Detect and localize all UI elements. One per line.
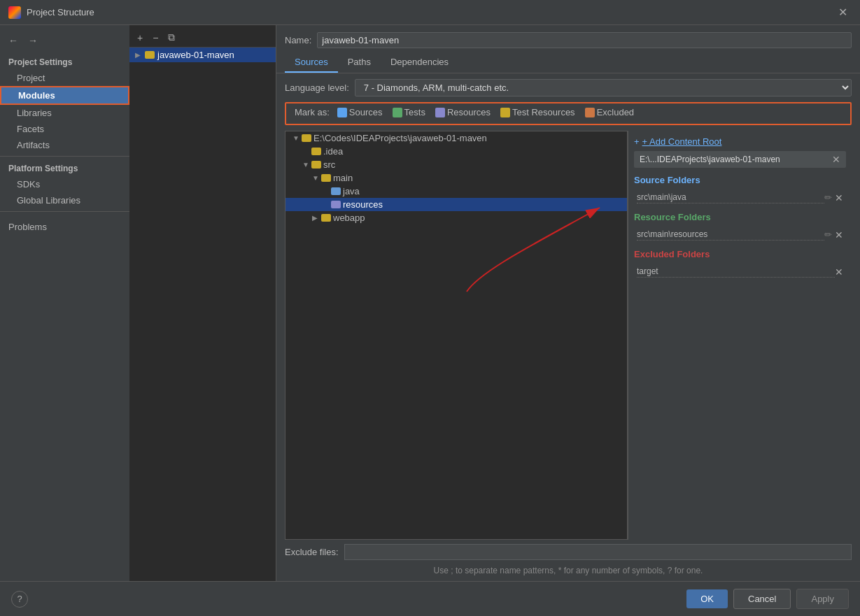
apply-button[interactable]: Apply	[796, 589, 849, 609]
sidebar-item-facets[interactable]: Facets	[0, 121, 129, 137]
add-content-root-button[interactable]: + + Add Content Root	[634, 136, 846, 147]
exclude-hint: Use ; to separate name patterns, * for a…	[276, 564, 860, 581]
resource-folder-actions: ✏ ✕	[824, 229, 843, 241]
tests-color-icon	[393, 108, 402, 117]
tab-sources[interactable]: Sources	[285, 52, 338, 73]
sidebar-item-libraries[interactable]: Libraries	[0, 105, 129, 121]
webapp-folder-icon	[321, 214, 331, 222]
language-level-row: Language level: 7 - Diamonds, ARM, multi…	[276, 73, 860, 102]
java-folder-icon	[331, 187, 341, 195]
excluded-folder-entry: target ✕	[634, 265, 846, 279]
platform-settings-header: Platform Settings	[0, 159, 129, 176]
src-folder-icon	[311, 161, 321, 169]
sidebar-item-project[interactable]: Project	[0, 70, 129, 86]
tree-node-webapp[interactable]: ▶ webapp	[286, 211, 627, 224]
mark-test-resources-button[interactable]: Test Resources	[498, 106, 577, 118]
sidebar-item-global-libraries[interactable]: Global Libraries	[0, 192, 129, 208]
excluded-folders-title: Excluded Folders	[634, 246, 846, 261]
nav-toolbar: ← →	[0, 31, 129, 53]
content-area: ← → Project Settings Project Modules Lib…	[0, 25, 860, 581]
remove-content-root-button[interactable]: ✕	[832, 154, 840, 165]
sources-color-icon	[337, 108, 347, 117]
modules-tree-panel: + − ⧉ ▶ javaweb-01-maven	[129, 25, 276, 581]
app-icon	[8, 6, 21, 19]
main-content: Name: Sources Paths Dependencies Languag…	[276, 25, 860, 581]
copy-module-button[interactable]: ⧉	[164, 31, 178, 44]
project-settings-header: Project Settings	[0, 53, 129, 70]
language-level-select[interactable]: 7 - Diamonds, ARM, multi-catch etc. 8 - …	[355, 79, 852, 96]
lang-select-wrap: 7 - Diamonds, ARM, multi-catch etc. 8 - …	[355, 79, 852, 96]
tree-node-java[interactable]: java	[286, 185, 627, 198]
excluded-folder-actions: ✕	[835, 266, 843, 278]
exclude-files-row: Exclude files:	[276, 540, 860, 564]
mark-as-label: Mark as:	[295, 107, 330, 117]
ok-button[interactable]: OK	[686, 589, 728, 608]
title-bar: Project Structure ✕	[0, 0, 860, 25]
resource-folder-path: src\main\resources	[637, 229, 824, 241]
tree-node-main[interactable]: ▼ main	[286, 171, 627, 185]
name-input[interactable]	[317, 32, 852, 48]
sidebar-item-artifacts[interactable]: Artifacts	[0, 137, 129, 153]
source-folder-entry: src\main\java ✏ ✕	[634, 191, 846, 205]
remove-source-folder-button[interactable]: ✕	[835, 192, 843, 203]
test-resources-color-icon	[500, 108, 510, 117]
forward-button[interactable]: →	[25, 34, 41, 48]
window-title: Project Structure	[27, 7, 834, 17]
help-button[interactable]: ?	[11, 591, 28, 608]
module-folder-icon	[145, 51, 155, 59]
project-structure-dialog: Project Structure ✕ ← → Project Settings…	[0, 0, 860, 616]
tree-node-resources[interactable]: resources	[286, 198, 627, 211]
remove-module-button[interactable]: −	[149, 31, 162, 44]
resource-folder-entry: src\main\resources ✏ ✕	[634, 228, 846, 242]
name-label: Name:	[285, 35, 311, 45]
tab-paths[interactable]: Paths	[338, 52, 381, 73]
tab-dependencies[interactable]: Dependencies	[381, 52, 458, 73]
mark-excluded-button[interactable]: Excluded	[583, 106, 636, 118]
source-folder-path: src\main\java	[637, 192, 824, 203]
main-folder-icon	[321, 174, 331, 182]
chevron-down-icon-main: ▼	[312, 174, 319, 182]
exclude-files-input[interactable]	[344, 544, 852, 560]
exclude-files-label: Exclude files:	[285, 547, 339, 557]
edit-source-folder-button[interactable]: ✏	[824, 192, 832, 203]
right-panel: + + Add Content Root E:\...IDEAProjects\…	[628, 131, 852, 540]
tree-node-root[interactable]: ▼ E:\Codes\IDEAProjects\javaweb-01-maven	[286, 131, 627, 145]
sidebar-item-modules[interactable]: Modules	[0, 86, 129, 105]
back-button[interactable]: ←	[6, 34, 21, 48]
source-folders-title: Source Folders	[634, 172, 846, 187]
tree-node-idea[interactable]: .idea	[286, 145, 627, 158]
tree-node-src[interactable]: ▼ src	[286, 158, 627, 171]
tabs-bar: Sources Paths Dependencies	[276, 52, 860, 73]
remove-resource-folder-button[interactable]: ✕	[835, 229, 843, 241]
chevron-down-icon: ▼	[292, 134, 299, 142]
excluded-folder-path: target	[637, 266, 835, 278]
chevron-right-icon-webapp: ▶	[312, 214, 319, 222]
resources-color-icon	[435, 108, 445, 117]
file-tree: ▼ E:\Codes\IDEAProjects\javaweb-01-maven…	[285, 131, 628, 540]
lang-label: Language level:	[285, 83, 349, 93]
resources-folder-icon	[331, 201, 341, 208]
content-root-path: E:\...IDEAProjects\javaweb-01-maven ✕	[634, 151, 846, 168]
sources-tree-section: ▼ E:\Codes\IDEAProjects\javaweb-01-maven…	[285, 131, 852, 540]
mark-tests-button[interactable]: Tests	[390, 106, 428, 118]
resource-folders-title: Resource Folders	[634, 209, 846, 224]
mark-sources-button[interactable]: Sources	[335, 106, 385, 118]
sidebar-item-problems[interactable]: Problems	[0, 217, 129, 235]
close-button[interactable]: ✕	[834, 4, 852, 20]
tree-toolbar: + − ⧉	[129, 28, 276, 48]
sidebar-item-sdks[interactable]: SDKs	[0, 176, 129, 192]
plus-icon: +	[634, 136, 640, 147]
chevron-right-icon: ▶	[135, 51, 142, 59]
excluded-color-icon	[585, 108, 595, 117]
source-folder-actions: ✏ ✕	[824, 192, 843, 203]
cancel-button[interactable]: Cancel	[733, 589, 791, 609]
edit-resource-folder-button[interactable]: ✏	[824, 229, 832, 241]
chevron-down-icon-src: ▼	[302, 161, 309, 169]
mark-resources-button[interactable]: Resources	[433, 106, 493, 118]
add-module-button[interactable]: +	[134, 31, 146, 44]
mark-as-row: Mark as: Sources Tests Resources Test Re…	[285, 102, 852, 125]
name-row: Name:	[276, 25, 860, 52]
module-tree-item[interactable]: ▶ javaweb-01-maven	[129, 48, 276, 62]
remove-excluded-folder-button[interactable]: ✕	[835, 266, 843, 278]
root-folder-icon	[302, 134, 311, 142]
